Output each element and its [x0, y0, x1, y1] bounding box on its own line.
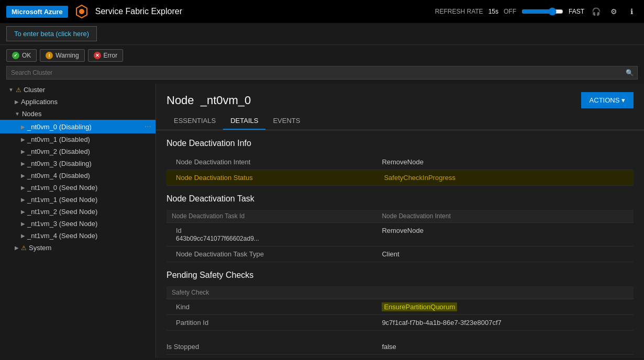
partition-key: Partition Id	[166, 315, 376, 331]
betabar: To enter beta (click here)	[0, 23, 644, 45]
refresh-slider[interactable]	[521, 7, 563, 16]
sidebar-item-node-9[interactable]: ▶ _nt1vm_4 (Seed Node)	[0, 230, 156, 242]
main-content: Node _nt0vm_0 ACTIONS ▾ ESSENTIALS DETAI…	[156, 84, 644, 358]
node8-arrow: ▶	[21, 221, 25, 227]
sidebar-item-node-0[interactable]: ▶ _nt0vm_0 (Disabling) ···	[0, 120, 156, 133]
node2-label: _nt0vm_2 (Disabled)	[27, 148, 151, 155]
nodes-label: Nodes	[22, 110, 151, 118]
sidebar-item-system[interactable]: ▶ ⚠ System	[0, 242, 156, 254]
cluster-warn-icon: ⚠	[16, 86, 21, 94]
tab-details[interactable]: DETAILS	[223, 113, 265, 130]
system-label: System	[29, 244, 151, 252]
error-button[interactable]: ✕ Error	[88, 49, 124, 62]
task-id-row: Id 643b09cc741077f66602ad9... RemoveNode	[166, 223, 634, 246]
deactivation-status-key: Node Deactivation Status	[166, 170, 376, 186]
azure-logo: Microsoft Azure	[6, 6, 68, 18]
tabs-bar: ESSENTIALS DETAILS EVENTS	[156, 113, 644, 130]
search-input[interactable]	[6, 66, 638, 80]
tab-essentials[interactable]: ESSENTIALS	[166, 113, 223, 130]
task-id-val: 643b09cc741077f66602ad9...	[176, 235, 259, 242]
deactivation-status-badge: SafetyCheckInProgress	[382, 173, 458, 182]
search-icon: 🔍	[626, 69, 634, 76]
node0-label: _nt0vm_0 (Disabling)	[27, 123, 145, 131]
node3-arrow: ▶	[21, 161, 25, 166]
sidebar-item-applications[interactable]: ▶ Applications	[0, 96, 156, 108]
sidebar: ▼ ⚠ Cluster ▶ Applications ▼ Nodes ▶ _nt…	[0, 84, 156, 358]
statusbar: ✓ OK ! Warning ✕ Error	[0, 45, 644, 66]
deactivation-task-table: Node Deactivation Task Id Node Deactivat…	[166, 210, 634, 262]
refresh-value: 15s	[488, 8, 498, 15]
pending-safety-table: Safety Check Kind EnsurePartitionQuorum …	[166, 286, 634, 331]
warn-label: Warning	[55, 52, 79, 59]
task-type-row: Node Deactivation Task Type Client	[166, 246, 634, 262]
kind-val: EnsurePartitionQuorum	[376, 299, 634, 315]
topbar-right: REFRESH RATE 15s OFF FAST 🎧 ⚙ ℹ	[435, 5, 638, 18]
safety-check-header: Safety Check	[166, 286, 376, 299]
warning-button[interactable]: ! Warning	[40, 49, 84, 62]
tab-events[interactable]: EVENTS	[265, 113, 307, 130]
node0-dots[interactable]: ···	[145, 122, 151, 131]
is-stopped-key: Is Stopped	[166, 339, 376, 355]
ok-dot: ✓	[12, 52, 19, 59]
deactivation-info-table: Node Deactivation Intent RemoveNode Node…	[166, 154, 634, 186]
settings-icon[interactable]: ⚙	[607, 5, 620, 18]
deactivation-info-title: Node Deactivation Info	[166, 139, 634, 148]
node-prefix: Node	[166, 94, 194, 107]
node-down-time-key: Node Down Time In Seconds	[166, 355, 376, 358]
sidebar-item-node-6[interactable]: ▶ _nt1vm_1 (Seed Node)	[0, 194, 156, 206]
node6-arrow: ▶	[21, 197, 25, 203]
cluster-arrow: ▼	[8, 87, 14, 93]
node5-label: _nt1vm_0 (Seed Node)	[27, 184, 151, 192]
kind-row: Kind EnsurePartitionQuorum	[166, 299, 634, 315]
partition-val: 9c7f1caf-f7bb-4a1b-86e7-3f23e8007cf7	[376, 315, 634, 331]
node7-arrow: ▶	[21, 209, 25, 215]
node9-arrow: ▶	[21, 233, 25, 239]
deactivation-status-row: Node Deactivation Status SafetyCheckInPr…	[166, 170, 634, 186]
sidebar-item-node-7[interactable]: ▶ _nt1vm_2 (Seed Node)	[0, 206, 156, 218]
sidebar-item-cluster[interactable]: ▼ ⚠ Cluster	[0, 84, 156, 96]
node8-label: _nt1vm_3 (Seed Node)	[27, 220, 151, 228]
partition-row: Partition Id 9c7f1caf-f7bb-4a1b-86e7-3f2…	[166, 315, 634, 331]
node4-label: _nt0vm_4 (Disabled)	[27, 172, 151, 179]
node-down-time-val: 0	[376, 355, 634, 358]
sidebar-item-nodes[interactable]: ▼ Nodes	[0, 108, 156, 120]
sidebar-item-node-2[interactable]: ▶ _nt0vm_2 (Disabled)	[0, 145, 156, 158]
layout: ▼ ⚠ Cluster ▶ Applications ▼ Nodes ▶ _nt…	[0, 84, 644, 358]
svg-point-1	[79, 9, 84, 14]
headset-icon[interactable]: 🎧	[590, 5, 602, 18]
sidebar-item-node-5[interactable]: ▶ _nt1vm_0 (Seed Node)	[0, 182, 156, 194]
node0-arrow: ▶	[21, 124, 25, 130]
deactivation-intent-key: Node Deactivation Intent	[166, 154, 376, 170]
node-down-time-row: Node Down Time In Seconds 0	[166, 355, 634, 358]
applications-label: Applications	[21, 98, 151, 106]
ok-button[interactable]: ✓ OK	[6, 49, 37, 62]
node4-arrow: ▶	[21, 173, 25, 178]
details-panel: Node Deactivation Info Node Deactivation…	[156, 130, 644, 358]
system-warn-icon: ⚠	[21, 244, 27, 252]
is-stopped-row: Is Stopped false	[166, 339, 634, 355]
task-type-val: Client	[376, 246, 634, 262]
is-stopped-val: false	[376, 339, 634, 355]
sidebar-item-node-1[interactable]: ▶ _nt0vm_1 (Disabled)	[0, 133, 156, 145]
pending-safety-title: Pending Safety Checks	[166, 271, 634, 280]
cluster-label: Cluster	[24, 86, 151, 94]
beta-link[interactable]: To enter beta (click here)	[6, 26, 97, 41]
node5-arrow: ▶	[21, 185, 25, 190]
deactivation-status-val: SafetyCheckInProgress	[376, 170, 634, 186]
sidebar-item-node-8[interactable]: ▶ _nt1vm_3 (Seed Node)	[0, 218, 156, 230]
refresh-fast: FAST	[569, 8, 584, 15]
task-intent-header: Node Deactivation Intent	[376, 210, 634, 223]
info-icon[interactable]: ℹ	[625, 5, 638, 18]
sidebar-item-node-3[interactable]: ▶ _nt0vm_3 (Disabling)	[0, 158, 156, 170]
err-dot: ✕	[94, 52, 101, 59]
ok-label: OK	[22, 52, 31, 59]
sidebar-item-node-4[interactable]: ▶ _nt0vm_4 (Disabled)	[0, 170, 156, 182]
topbar: Microsoft Azure Service Fabric Explorer …	[0, 0, 644, 23]
node3-label: _nt0vm_3 (Disabling)	[27, 160, 151, 167]
system-arrow: ▶	[15, 245, 19, 251]
actions-button[interactable]: ACTIONS ▾	[581, 92, 634, 108]
kind-badge: EnsurePartitionQuorum	[382, 302, 457, 311]
deactivation-task-title: Node Deactivation Task	[166, 194, 634, 204]
nodes-arrow: ▼	[15, 111, 20, 117]
main-header: Node _nt0vm_0 ACTIONS ▾	[156, 84, 644, 113]
